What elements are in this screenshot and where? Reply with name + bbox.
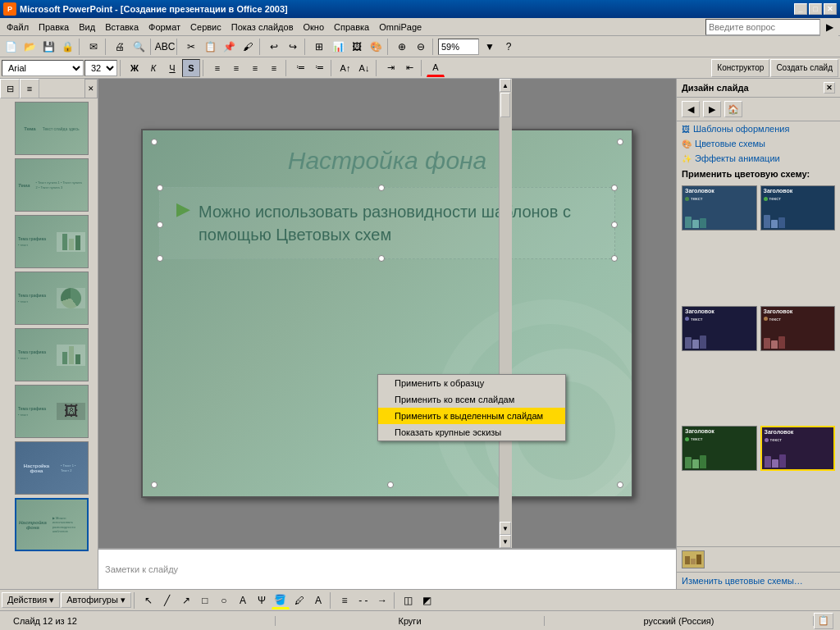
select-cursor[interactable]: ↖	[139, 591, 158, 609]
rect-tool[interactable]: □	[196, 591, 214, 609]
handle-bl[interactable]	[157, 255, 163, 262]
vscroll-thumb[interactable]	[500, 93, 510, 117]
zoom-input[interactable]	[438, 39, 479, 55]
insert-wordart[interactable]: Ψ	[253, 591, 271, 609]
increase-indent[interactable]: ⇥	[381, 59, 399, 77]
scheme-6[interactable]: Заголовок текст	[760, 426, 836, 471]
insert-table[interactable]: ⊞	[310, 38, 328, 56]
menu-help[interactable]: Справка	[329, 21, 374, 34]
panel-back-btn[interactable]: ◀	[682, 101, 700, 117]
new-button[interactable]: 📄	[2, 38, 20, 56]
cut-button[interactable]: ✂	[182, 38, 200, 56]
menu-edit[interactable]: Правка	[34, 21, 74, 34]
spellcheck-button[interactable]: ABC	[156, 38, 174, 56]
panel-link-animation[interactable]: ✨ Эффекты анимации	[677, 151, 840, 166]
slide-thumb-8[interactable]: Тема графика • текст	[15, 272, 89, 325]
paste-button[interactable]: 📌	[220, 38, 238, 56]
help-button[interactable]: ?	[500, 38, 518, 56]
scheme-5[interactable]: Заголовок текст	[682, 426, 757, 471]
handle-tr[interactable]	[611, 185, 618, 191]
font-color[interactable]: A	[427, 59, 445, 77]
help-search-input[interactable]	[705, 19, 820, 35]
menu-format[interactable]: Формат	[144, 21, 185, 34]
line-color[interactable]: 🖊	[290, 591, 308, 609]
slide-canvas[interactable]: Настройка фона ▶ Можно использовать р	[141, 129, 633, 498]
line-style[interactable]: ≡	[336, 591, 354, 609]
handle-slide-bm[interactable]	[387, 482, 394, 488]
slide-thumb-7[interactable]: Тема графика • текст	[15, 215, 89, 268]
justify[interactable]: ≡	[265, 59, 283, 77]
ctx-apply-all[interactable]: Применить ко всем слайдам	[378, 391, 565, 408]
handle-slide-br[interactable]	[617, 482, 623, 488]
handle-slide-bl[interactable]	[151, 482, 158, 488]
numbering[interactable]: ≔	[291, 59, 309, 77]
menu-insert[interactable]: Вставка	[100, 21, 144, 34]
scheme-2[interactable]: Заголовок текст	[760, 185, 836, 231]
slide-thumb-10[interactable]: Тема графика • текст 🖼	[15, 385, 89, 438]
handle-br[interactable]	[611, 255, 618, 262]
vscroll-dn[interactable]: ▼	[500, 522, 511, 535]
handle-bm[interactable]	[378, 255, 385, 262]
handle-mr[interactable]	[611, 221, 618, 228]
maximize-button[interactable]: □	[809, 3, 822, 15]
arrow-tool[interactable]: ↗	[177, 591, 195, 609]
undo-button[interactable]: ↩	[265, 38, 283, 56]
close-panel-button[interactable]: ✕	[84, 79, 98, 98]
font-size-select[interactable]: 32	[84, 60, 117, 76]
save-button[interactable]: 💾	[39, 38, 57, 56]
open-button[interactable]: 📂	[21, 38, 39, 56]
decrease-font[interactable]: A↓	[355, 59, 373, 77]
vscroll-up[interactable]: ▲	[500, 79, 511, 92]
increase-font[interactable]: A↑	[336, 59, 354, 77]
print-button[interactable]: 🖨	[111, 38, 129, 56]
slide-content-box[interactable]: ▶ Можно использовать разновидности шабло…	[159, 187, 615, 259]
panel-link-templates[interactable]: 🖼 Шаблоны оформления	[677, 121, 840, 136]
help-search-button[interactable]: ▶	[820, 18, 838, 36]
change-schemes-link[interactable]: Изменить цветовые схемы…	[677, 572, 840, 589]
handle-tl[interactable]	[157, 185, 163, 191]
vscroll-dn2[interactable]: ▼	[500, 535, 511, 548]
menu-tools[interactable]: Сервис	[185, 21, 226, 34]
slide-vscroll[interactable]: ▲ ▼ ▼	[499, 79, 512, 548]
shadow-button[interactable]: S	[182, 59, 200, 77]
layout-icon[interactable]: 📋	[814, 613, 833, 629]
panel-forward-btn[interactable]: ▶	[703, 101, 721, 117]
insert-clipart[interactable]: 🎨	[367, 38, 385, 56]
actions-button[interactable]: Действия ▾	[2, 592, 60, 608]
slide-thumb-6[interactable]: Тема • Текст пункта 1 • Текст пункта 2 •…	[15, 158, 89, 212]
handle-slide-tr[interactable]	[617, 139, 623, 145]
insert-picture[interactable]: 🖼	[348, 38, 366, 56]
align-center[interactable]: ≡	[227, 59, 245, 77]
scheme-4[interactable]: Заголовок текст	[760, 306, 836, 351]
handle-tm[interactable]	[378, 185, 385, 191]
slide-thumb-11[interactable]: Настройка фона • Текст 1 • Текст 2	[15, 441, 89, 495]
scheme-3[interactable]: Заголовок текст	[682, 306, 757, 351]
scheme-1[interactable]: Заголовок текст	[682, 185, 757, 231]
format-painter[interactable]: 🖌	[239, 38, 257, 56]
preview-button[interactable]: 🔍	[130, 38, 148, 56]
slides-tab[interactable]: ⊟	[0, 79, 20, 98]
shadow-style[interactable]: ◫	[399, 591, 418, 609]
create-slide-button[interactable]: Создать слайд	[770, 59, 838, 77]
dash-style[interactable]: - -	[354, 591, 372, 609]
panel-home-btn[interactable]: 🏠	[724, 101, 742, 117]
close-button[interactable]: ✕	[824, 3, 837, 15]
arrow-style[interactable]: →	[373, 591, 391, 609]
line-tool[interactable]: ╱	[158, 591, 176, 609]
handle-slide-tl[interactable]	[151, 139, 158, 145]
menu-slideshow[interactable]: Показ слайдов	[226, 21, 299, 34]
minimize-button[interactable]: _	[794, 3, 807, 15]
menu-view[interactable]: Вид	[74, 21, 100, 34]
insert-chart[interactable]: 📊	[329, 38, 347, 56]
slide-thumb-5[interactable]: Тема Текст слайда здесь	[15, 102, 89, 155]
align-right[interactable]: ≡	[246, 59, 264, 77]
permission-button[interactable]: 🔒	[58, 38, 76, 56]
textbox-tool[interactable]: A	[234, 591, 252, 609]
panel-close-btn[interactable]: ✕	[824, 82, 835, 94]
expand-button[interactable]: ⊕	[393, 38, 411, 56]
designer-button[interactable]: Конструктор	[711, 59, 769, 77]
menu-window[interactable]: Окно	[299, 21, 330, 34]
ctx-show-large[interactable]: Показать крупные эскизы	[378, 424, 565, 441]
decrease-indent[interactable]: ⇤	[400, 59, 418, 77]
font-select[interactable]: Arial	[2, 60, 84, 76]
